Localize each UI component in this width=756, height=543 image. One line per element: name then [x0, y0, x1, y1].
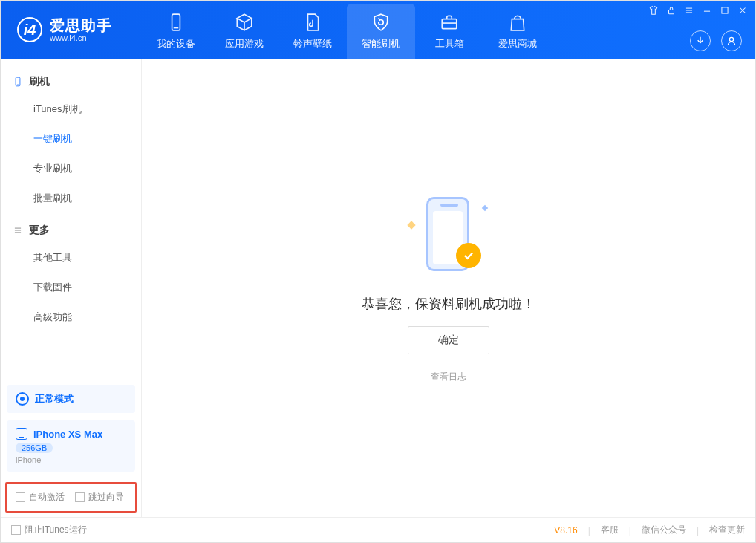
maximize-icon[interactable]: [720, 5, 730, 16]
tab-my-device[interactable]: 我的设备: [142, 4, 210, 59]
tab-toolbox[interactable]: 工具箱: [415, 4, 483, 59]
wechat-link[interactable]: 微信公众号: [642, 524, 686, 536]
checkbox-label: 跳过向导: [88, 491, 124, 504]
checkbox-box-icon: [11, 525, 21, 535]
tab-smart-flash[interactable]: 智能刷机: [347, 4, 415, 59]
separator: |: [588, 525, 590, 536]
minimize-icon[interactable]: [702, 5, 712, 16]
sidebar-item-batch-flash[interactable]: 批量刷机: [1, 183, 141, 213]
view-log-link[interactable]: 查看日志: [431, 371, 466, 383]
checkbox-box-icon: [16, 492, 25, 502]
lock-icon[interactable]: [666, 5, 677, 16]
sidebar-group-more: 更多: [1, 213, 141, 243]
header: i4 爱思助手 www.i4.cn 我的设备 应用游戏 铃声壁纸 智能刷机: [1, 1, 755, 59]
tab-label: 智能刷机: [362, 37, 400, 51]
toolbox-icon: [439, 12, 460, 33]
sidebar-group-flash: 刷机: [1, 65, 141, 94]
music-file-icon: [302, 12, 323, 33]
tab-store[interactable]: 爱思商城: [483, 4, 552, 59]
device-card[interactable]: iPhone XS Max 256GB iPhone: [7, 420, 135, 472]
svg-rect-2: [442, 19, 457, 29]
cube-icon: [234, 12, 255, 33]
tab-label: 我的设备: [157, 37, 195, 51]
svg-rect-9: [722, 7, 728, 13]
shield-refresh-icon: [371, 12, 391, 33]
phone-icon: [13, 77, 23, 87]
checkbox-skip-guide[interactable]: 跳过向导: [75, 491, 124, 504]
mode-indicator-icon: [16, 392, 29, 406]
app-url: www.i4.cn: [50, 33, 112, 42]
sidebar-item-pro-flash[interactable]: 专业刷机: [1, 154, 141, 183]
header-right-actions: [690, 30, 742, 51]
group-label: 刷机: [29, 75, 50, 88]
checkbox-box-icon: [75, 492, 85, 502]
body: 刷机 iTunes刷机 一键刷机 专业刷机 批量刷机 更多 其他工具 下载固件 …: [1, 59, 755, 517]
sidebar: 刷机 iTunes刷机 一键刷机 专业刷机 批量刷机 更多 其他工具 下载固件 …: [1, 59, 142, 517]
device-name: iPhone XS Max: [33, 429, 102, 440]
menu-icon[interactable]: [684, 5, 694, 16]
window-controls: [648, 5, 748, 16]
list-icon: [13, 225, 23, 235]
main-content: 恭喜您，保资料刷机成功啦！ 确定 查看日志: [142, 59, 755, 517]
device-icon: [166, 12, 186, 33]
mode-label: 正常模式: [35, 392, 74, 406]
svg-rect-4: [669, 10, 674, 13]
app-window: i4 爱思助手 www.i4.cn 我的设备 应用游戏 铃声壁纸 智能刷机: [0, 0, 756, 543]
status-bar: 阻止iTunes运行 V8.16 | 客服 | 微信公众号 | 检查更新: [1, 517, 755, 542]
separator: |: [697, 525, 699, 536]
download-button[interactable]: [690, 30, 711, 51]
app-title: 爱思助手: [50, 17, 112, 33]
device-type: iPhone: [16, 455, 126, 464]
sidebar-item-itunes-flash[interactable]: iTunes刷机: [1, 94, 141, 124]
ok-button[interactable]: 确定: [408, 326, 489, 354]
customer-service-link[interactable]: 客服: [601, 524, 619, 536]
check-badge-icon: [456, 243, 481, 268]
sidebar-item-advanced[interactable]: 高级功能: [1, 302, 141, 332]
success-message: 恭喜您，保资料刷机成功啦！: [362, 295, 535, 313]
checkbox-label: 自动激活: [29, 491, 65, 504]
sparkle-icon: [407, 221, 415, 229]
sidebar-item-onekey-flash[interactable]: 一键刷机: [1, 124, 141, 154]
close-icon[interactable]: [737, 5, 748, 16]
success-illustration: [404, 192, 493, 282]
sidebar-item-download-firmware[interactable]: 下载固件: [1, 273, 141, 302]
user-button[interactable]: [721, 30, 742, 51]
check-update-link[interactable]: 检查更新: [709, 524, 745, 536]
device-icon: [16, 428, 27, 440]
group-label: 更多: [29, 224, 50, 237]
version-label: V8.16: [554, 525, 577, 536]
tab-label: 爱思商城: [498, 37, 537, 51]
shirt-icon[interactable]: [648, 5, 659, 16]
sparkle-icon: [482, 205, 488, 211]
main-tabs: 我的设备 应用游戏 铃声壁纸 智能刷机 工具箱 爱思商城: [142, 1, 552, 59]
checkbox-label: 阻止iTunes运行: [25, 524, 87, 536]
bag-icon: [507, 12, 528, 33]
tab-label: 铃声壁纸: [293, 37, 332, 51]
checkbox-block-itunes[interactable]: 阻止iTunes运行: [11, 524, 87, 536]
tab-label: 工具箱: [435, 37, 464, 51]
tab-label: 应用游戏: [225, 37, 264, 51]
mode-card[interactable]: 正常模式: [7, 385, 135, 413]
checkbox-auto-activate[interactable]: 自动激活: [16, 491, 65, 504]
tab-apps-games[interactable]: 应用游戏: [210, 4, 278, 59]
tab-ringtones[interactable]: 铃声壁纸: [278, 4, 347, 59]
logo-area: i4 爱思助手 www.i4.cn: [1, 1, 142, 59]
device-storage: 256GB: [16, 443, 53, 453]
svg-point-12: [729, 37, 733, 41]
separator: |: [629, 525, 631, 536]
sidebar-item-other-tools[interactable]: 其他工具: [1, 243, 141, 273]
sidebar-bottom-options: 自动激活 跳过向导: [5, 482, 137, 513]
logo-icon: i4: [17, 17, 42, 42]
